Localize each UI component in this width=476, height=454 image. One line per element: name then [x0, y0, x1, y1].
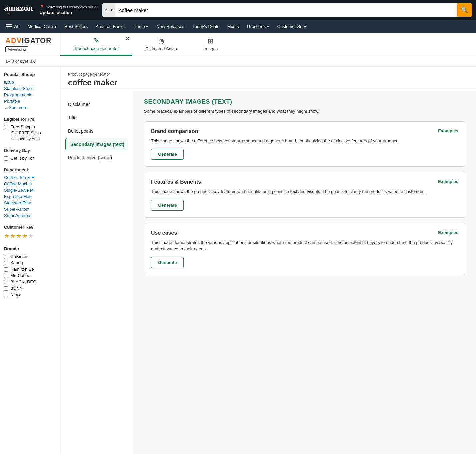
dept-semi-auto[interactable]: Semi-Automa [4, 213, 56, 218]
brands-section: Brands Cuisinart Keurig Hamilton Be Mr. … [4, 246, 56, 297]
results-bar: 1-48 of over 3,0 [0, 56, 476, 67]
free-shipping-checkbox-item: Free Shippin [4, 124, 56, 129]
dept-super-auto[interactable]: Super-Autom [4, 207, 56, 212]
features-benefits-desc: This image shows the product's key featu… [151, 188, 458, 195]
sidebar-link-portable[interactable]: Portable [4, 99, 56, 104]
card-use-cases-header: Use cases Examples [151, 230, 458, 236]
get-by-checkbox-item: Get It by Tor [4, 156, 56, 161]
left-navigation: Disclaimer Title Bullet points Secondary… [60, 90, 133, 454]
brand-comparison-examples-link[interactable]: Examples [438, 128, 458, 133]
panel-title: coffee maker [68, 78, 468, 87]
advigator-tabs: ✎ Product page generator ✕ ◔ Estimated S… [60, 33, 476, 56]
section-description: Some practical examples of different typ… [144, 108, 465, 115]
brand-cuisinart-checkbox[interactable] [4, 255, 8, 259]
hamburger-icon [6, 24, 12, 28]
see-more-button[interactable]: ⌄ See more [4, 105, 56, 110]
brand-hamilton-checkbox[interactable] [4, 267, 8, 272]
nav-prime[interactable]: Prime ▾ [130, 20, 152, 33]
content-panel: Product page generator coffee maker Disc… [60, 67, 476, 454]
nav-title[interactable]: Title [65, 112, 128, 124]
free-shipping-checkbox[interactable] [4, 125, 8, 129]
nav-disclaimer[interactable]: Disclaimer [65, 98, 128, 110]
sidebar-link-kcup[interactable]: Kcup [4, 80, 56, 85]
logo-arrow: ~ [4, 11, 10, 16]
pie-chart-icon: ◔ [158, 37, 164, 45]
delivery-title: Delivery Day [4, 148, 56, 153]
nav-secondary-images[interactable]: Secondary images (text) [65, 138, 128, 150]
nav-todays-deals[interactable]: Today's Deals [189, 20, 223, 33]
amazon-logo[interactable]: amazon ~ [4, 4, 33, 16]
sidebar-link-programmable[interactable]: Programmable [4, 92, 56, 97]
panel-body: Disclaimer Title Bullet points Secondary… [60, 90, 476, 454]
use-cases-generate-button[interactable]: Generate [151, 257, 184, 268]
nav-all[interactable]: All [3, 20, 23, 33]
free-ship-desc2: shipped by Ama [11, 137, 56, 141]
brand-black-decker-checkbox[interactable] [4, 280, 8, 284]
star-3: ★ [16, 232, 21, 240]
chevron-down-icon: ▾ [111, 8, 113, 12]
dept-coffee-tea[interactable]: Coffee, Tea & E [4, 175, 56, 180]
brand-black-decker: BLACK+DEC [4, 279, 56, 284]
nav-music[interactable]: Music [224, 20, 242, 33]
main-layout: Popular Shopp Kcup Stainless Steel Progr… [0, 67, 476, 454]
card-features-benefits-title: Features & Benefits [151, 179, 201, 185]
popular-title: Popular Shopp [4, 72, 56, 77]
right-content: SECONDARY IMAGES (TEXT) Some practical e… [133, 90, 476, 454]
chevron-down-icon: ⌄ [4, 105, 8, 110]
department-section: Department Coffee, Tea & E Coffee Machin… [4, 167, 56, 218]
features-benefits-generate-button[interactable]: Generate [151, 200, 184, 211]
location-icon: 📍 [40, 5, 45, 9]
brand-keurig-checkbox[interactable] [4, 261, 8, 265]
update-location-link[interactable]: Update location [40, 10, 98, 16]
star-rating-filter[interactable]: ★ ★ ★ ★ ★ [4, 232, 56, 240]
tab-product-page-generator[interactable]: ✎ Product page generator ✕ [60, 33, 132, 56]
reviews-title: Customer Revi [4, 225, 56, 230]
advigator-logo-section: ADVIGATOR Advertising [0, 33, 60, 56]
dept-stovetop[interactable]: Stovetop Espr [4, 200, 56, 205]
card-brand-comparison-title: Brand comparison [151, 128, 198, 134]
brand-comparison-generate-button[interactable]: Generate [151, 149, 184, 160]
tab-label: Images [204, 46, 218, 51]
get-by-checkbox[interactable] [4, 156, 8, 161]
brand-bunn-checkbox[interactable] [4, 286, 8, 291]
card-brand-comparison: Brand comparison Examples This image sho… [144, 121, 465, 167]
nav-amazon-basics[interactable]: Amazon Basics [92, 20, 129, 33]
search-button[interactable]: 🔍 [457, 3, 472, 17]
nav-groceries[interactable]: Groceries ▾ [244, 20, 273, 33]
nav-best-sellers[interactable]: Best Sellers [61, 20, 91, 33]
nav-product-video[interactable]: Product video (script) [65, 152, 128, 164]
brand-ninja: Ninja [4, 292, 56, 297]
search-bar: All ▾ 🔍 [102, 3, 472, 17]
tab-images[interactable]: ⊞ Images [190, 33, 231, 56]
nav-bullet-points[interactable]: Bullet points [65, 125, 128, 137]
dept-single-serve[interactable]: Single-Serve M [4, 188, 56, 193]
card-brand-comparison-header: Brand comparison Examples [151, 128, 458, 134]
close-icon[interactable]: ✕ [125, 35, 130, 42]
brand-mr-coffee-checkbox[interactable] [4, 274, 8, 278]
nav-medical-care[interactable]: Medical Care ▾ [24, 20, 60, 33]
delivery-info: 📍 Delivering to Los Angeles 90031 Update… [40, 4, 98, 16]
department-title: Department [4, 167, 56, 172]
use-cases-desc: This image demonstrates the various appl… [151, 239, 458, 252]
adv-text: ADV [5, 36, 22, 45]
card-use-cases: Use cases Examples This image demonstrat… [144, 223, 465, 275]
search-category-dropdown[interactable]: All ▾ [102, 3, 115, 17]
grid-icon: ⊞ [208, 37, 213, 45]
brand-ninja-checkbox[interactable] [4, 293, 8, 297]
free-shipping-section: Eligible for Fre Free Shippin Get FREE S… [4, 117, 56, 141]
tab-label: Product page generator [73, 46, 119, 51]
features-benefits-examples-link[interactable]: Examples [438, 179, 458, 184]
dept-espresso[interactable]: Espresso Mac [4, 194, 56, 199]
nav-new-releases[interactable]: New Releases [153, 20, 188, 33]
reviews-section: Customer Revi ★ ★ ★ ★ ★ [4, 225, 56, 240]
dept-coffee-machines[interactable]: Coffee Machin [4, 181, 56, 186]
tab-estimated-sales[interactable]: ◔ Estimated Sales [132, 33, 190, 56]
tab-label: Estimated Sales [146, 46, 177, 51]
section-heading: SECONDARY IMAGES (TEXT) [144, 98, 465, 105]
delivery-line1: Delivering to Los Angeles 90031 [46, 5, 98, 9]
search-icon: 🔍 [461, 6, 468, 14]
nav-customer-service[interactable]: Customer Serv [274, 20, 310, 33]
use-cases-examples-link[interactable]: Examples [438, 230, 458, 235]
sidebar-link-stainless[interactable]: Stainless Steel [4, 86, 56, 91]
search-input[interactable] [115, 3, 457, 17]
